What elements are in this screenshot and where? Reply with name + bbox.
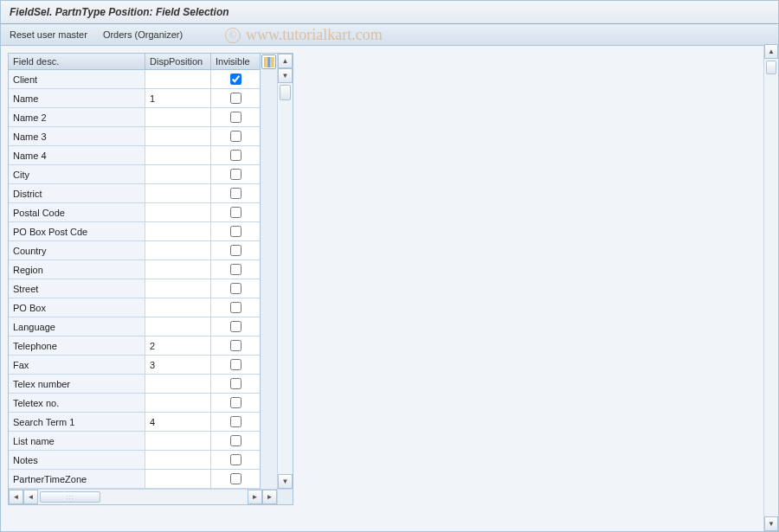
cell-invisible	[211, 279, 260, 298]
cell-invisible	[211, 356, 260, 374]
table-row[interactable]: Client	[9, 70, 260, 89]
cell-disp-position[interactable]	[145, 184, 211, 202]
page-vertical-scrollbar[interactable]: ▲ ▼	[763, 44, 778, 531]
hscroll-track[interactable]: :::	[38, 490, 248, 504]
scroll-down-icon[interactable]: ▼	[278, 474, 293, 489]
table-row[interactable]: Region	[9, 260, 260, 279]
table-settings-button[interactable]	[261, 54, 276, 69]
table-row[interactable]: Name 4	[9, 146, 260, 165]
invisible-checkbox[interactable]	[230, 131, 241, 142]
table-row[interactable]: Notes	[9, 451, 260, 470]
page-scroll-up-icon[interactable]: ▲	[764, 44, 778, 59]
scroll-left-first-icon[interactable]: ◄	[9, 490, 23, 504]
invisible-checkbox[interactable]	[230, 226, 241, 237]
cell-disp-position[interactable]	[145, 203, 211, 221]
table-row[interactable]: Postal Code	[9, 203, 260, 222]
table-row[interactable]: Teletex no.	[9, 394, 260, 413]
invisible-checkbox[interactable]	[230, 397, 241, 408]
cell-disp-position[interactable]	[145, 108, 211, 126]
invisible-checkbox[interactable]	[230, 435, 241, 446]
cell-disp-position[interactable]	[145, 222, 211, 240]
table-row[interactable]: Fax3	[9, 356, 260, 375]
invisible-checkbox[interactable]	[230, 340, 241, 351]
cell-disp-position[interactable]: 1	[145, 89, 211, 107]
reset-user-master-button[interactable]: Reset user master	[10, 29, 87, 40]
cell-field-desc: Street	[9, 279, 145, 298]
table-row[interactable]: PO Box Post Cde	[9, 222, 260, 241]
cell-disp-position[interactable]	[145, 317, 211, 336]
cell-invisible	[211, 184, 260, 202]
cell-disp-position[interactable]	[145, 394, 211, 412]
cell-disp-position[interactable]: 4	[145, 413, 211, 431]
invisible-checkbox[interactable]	[230, 378, 241, 389]
invisible-checkbox[interactable]	[230, 150, 241, 161]
cell-invisible	[211, 337, 260, 355]
invisible-checkbox[interactable]	[230, 283, 241, 294]
table-row[interactable]: Street	[9, 279, 260, 298]
table-row[interactable]: City	[9, 165, 260, 184]
scroll-down-step-icon[interactable]: ▼	[278, 68, 293, 83]
table-row[interactable]: List name	[9, 432, 260, 451]
scroll-track[interactable]	[278, 83, 293, 474]
invisible-checkbox[interactable]	[230, 454, 241, 465]
cell-disp-position[interactable]	[145, 70, 211, 88]
hscroll-thumb[interactable]: :::	[40, 491, 100, 503]
cell-disp-position[interactable]: 3	[145, 356, 211, 374]
scroll-left-icon[interactable]: ◄	[23, 490, 38, 504]
table-row[interactable]: PO Box	[9, 298, 260, 317]
scroll-up-icon[interactable]: ▲	[278, 54, 293, 68]
cell-field-desc: Postal Code	[9, 203, 145, 221]
col-header-disp[interactable]: DispPosition	[145, 54, 211, 69]
table-row[interactable]: Name1	[9, 89, 260, 108]
table-row[interactable]: PartnerTimeZone	[9, 470, 260, 489]
table-row[interactable]: Telephone2	[9, 337, 260, 356]
page-scroll-thumb[interactable]	[766, 61, 776, 74]
invisible-checkbox[interactable]	[230, 245, 241, 256]
cell-disp-position[interactable]	[145, 127, 211, 145]
cell-field-desc: PO Box Post Cde	[9, 222, 145, 240]
table-row[interactable]: Country	[9, 241, 260, 260]
invisible-checkbox[interactable]	[230, 188, 241, 199]
orders-organizer-button[interactable]: Orders (Organizer)	[103, 29, 183, 40]
table-row[interactable]: Telex number	[9, 375, 260, 394]
cell-disp-position[interactable]	[145, 470, 211, 488]
cell-disp-position[interactable]	[145, 260, 211, 279]
invisible-checkbox[interactable]	[230, 264, 241, 275]
invisible-checkbox[interactable]	[230, 321, 241, 332]
scroll-right-last-icon[interactable]: ►	[262, 490, 277, 504]
scroll-thumb[interactable]	[280, 85, 291, 100]
invisible-checkbox[interactable]	[230, 473, 241, 484]
table-horizontal-scrollbar[interactable]: ◄ ◄ ::: ► ►	[9, 489, 293, 504]
cell-disp-position[interactable]	[145, 279, 211, 298]
invisible-checkbox[interactable]	[230, 359, 241, 370]
cell-disp-position[interactable]: 2	[145, 337, 211, 355]
table-row[interactable]: Name 3	[9, 127, 260, 146]
table-header: Field desc. DispPosition Invisible	[9, 54, 260, 70]
scroll-right-icon[interactable]: ►	[248, 490, 262, 504]
table-row[interactable]: District	[9, 184, 260, 203]
cell-disp-position[interactable]	[145, 165, 211, 183]
table-row[interactable]: Language	[9, 317, 260, 337]
invisible-checkbox[interactable]	[230, 169, 241, 180]
cell-disp-position[interactable]	[145, 241, 211, 260]
cell-disp-position[interactable]	[145, 298, 211, 317]
toolbar: Reset user master Orders (Organizer)	[1, 24, 778, 46]
cell-disp-position[interactable]	[145, 146, 211, 164]
cell-disp-position[interactable]	[145, 432, 211, 450]
col-header-invisible[interactable]: Invisible	[211, 54, 260, 69]
cell-disp-position[interactable]	[145, 375, 211, 393]
invisible-checkbox[interactable]	[230, 112, 241, 123]
invisible-checkbox[interactable]	[230, 207, 241, 218]
table-row[interactable]: Search Term 14	[9, 413, 260, 432]
table-vertical-scrollbar[interactable]: ▲ ▼ ▼	[277, 54, 293, 489]
invisible-checkbox[interactable]	[230, 74, 241, 85]
invisible-checkbox[interactable]	[230, 93, 241, 104]
cell-disp-position[interactable]	[145, 451, 211, 469]
page-scroll-track[interactable]	[764, 59, 778, 516]
invisible-checkbox[interactable]	[230, 416, 241, 427]
col-header-field[interactable]: Field desc.	[9, 54, 145, 69]
table-row[interactable]: Name 2	[9, 108, 260, 127]
cell-field-desc: Language	[9, 317, 145, 336]
page-scroll-down-icon[interactable]: ▼	[764, 516, 778, 531]
invisible-checkbox[interactable]	[230, 302, 241, 313]
